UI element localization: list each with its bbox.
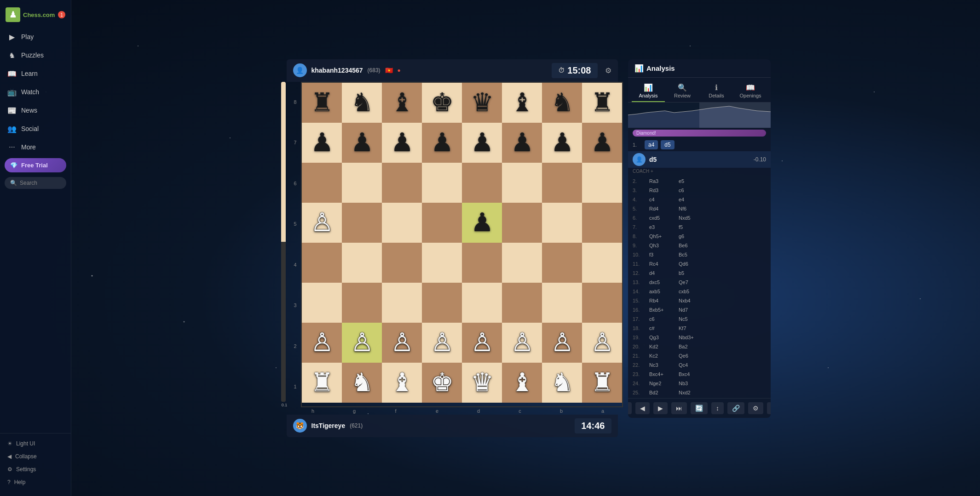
tab-details[interactable]: ℹ Details [700, 80, 733, 102]
move-row-7[interactable]: 7. e3 f5 [628, 222, 771, 232]
diamond-badge[interactable]: Diamond! [633, 130, 766, 137]
move-row-10[interactable]: 10. f3 Bc5 [628, 250, 771, 259]
square-e8[interactable]: ♚ [422, 83, 462, 123]
move-row-19[interactable]: 19. Qg3 Nbd3+ [628, 333, 771, 342]
square-h8[interactable]: ♜ [302, 83, 342, 123]
square-b8[interactable]: ♞ [542, 83, 582, 123]
sidebar-item-play[interactable]: ▶ Play [0, 28, 71, 46]
first-move-white[interactable]: a4 [645, 140, 658, 149]
move-white-2[interactable]: Ra3 [647, 177, 675, 185]
move-white-15[interactable]: Rb4 [647, 297, 675, 304]
move-row-11[interactable]: 11. Rc4 Qd6 [628, 259, 771, 268]
move-white-12[interactable]: d4 [647, 269, 675, 277]
square-f8[interactable]: ♝ [382, 83, 422, 123]
collapse-button[interactable]: ◀ Collapse [0, 450, 71, 463]
move-row-22[interactable]: 22. Nc3 Qc4 [628, 360, 771, 370]
move-black-12[interactable]: b5 [677, 269, 704, 277]
square-g8[interactable]: ♞ [342, 83, 382, 123]
move-white-17[interactable]: c6 [647, 315, 675, 323]
logo[interactable]: ♟ Chess.com 1 [0, 4, 71, 28]
move-white-13[interactable]: dxc5 [647, 279, 675, 286]
square-b2[interactable]: ♙ [542, 323, 582, 363]
move-white-8[interactable]: Qh5+ [647, 233, 675, 240]
move-black-19[interactable]: Nbd3+ [677, 334, 704, 341]
square-d5[interactable]: ♟ [462, 203, 502, 243]
move-row-17[interactable]: 17. c6 Nc5 [628, 314, 771, 324]
square-e5[interactable] [422, 203, 462, 243]
square-a3[interactable] [582, 283, 622, 323]
move-black-6[interactable]: Nxd5 [677, 214, 704, 222]
square-e6[interactable] [422, 163, 462, 203]
move-row-21[interactable]: 21. Kc2 Qe6 [628, 351, 771, 360]
move-white-18[interactable]: c# [647, 325, 675, 332]
move-row-13[interactable]: 13. dxc5 Qe7 [628, 278, 771, 287]
square-c4[interactable] [502, 243, 542, 283]
square-f5[interactable] [382, 203, 422, 243]
square-a1[interactable]: ♜ [582, 363, 622, 403]
move-white-23[interactable]: Bxc4+ [647, 371, 675, 378]
move-row-16[interactable]: 16. Bxb5+ Nd7 [628, 305, 771, 314]
move-white-21[interactable]: Kc2 [647, 352, 675, 359]
move-white-20[interactable]: Kd2 [647, 343, 675, 350]
move-black-15[interactable]: Nxb4 [677, 297, 704, 304]
move-black-22[interactable]: Qc4 [677, 361, 704, 369]
move-white-24[interactable]: Nge2 [647, 380, 675, 387]
move-black-17[interactable]: Nc5 [677, 315, 704, 323]
square-b7[interactable]: ♟ [542, 123, 582, 163]
square-f4[interactable] [382, 243, 422, 283]
tab-review[interactable]: 🔍 Review [666, 80, 699, 102]
square-a7[interactable]: ♟ [582, 123, 622, 163]
first-move-black[interactable]: d5 [661, 140, 674, 149]
sidebar-item-learn[interactable]: 📖 Learn [0, 64, 71, 83]
tab-openings[interactable]: 📖 Openings [734, 80, 767, 102]
square-d1[interactable]: ♛ [462, 363, 502, 403]
square-g3[interactable] [342, 283, 382, 323]
square-h4[interactable] [302, 243, 342, 283]
move-row-9[interactable]: 9. Qh3 Be6 [628, 241, 771, 250]
square-b6[interactable] [542, 163, 582, 203]
square-d3[interactable] [462, 283, 502, 323]
square-c6[interactable] [502, 163, 542, 203]
move-row-6[interactable]: 6. cxd5 Nxd5 [628, 213, 771, 222]
square-g7[interactable]: ♟ [342, 123, 382, 163]
free-trial-button[interactable]: 💎 Free Trial [5, 158, 66, 172]
move-black-13[interactable]: Qe7 [677, 279, 704, 286]
square-d8[interactable]: ♛ [462, 83, 502, 123]
move-row-5[interactable]: 5. Rd4 Nf6 [628, 204, 771, 213]
move-row-18[interactable]: 18. c# Kf7 [628, 324, 771, 333]
square-f6[interactable] [382, 163, 422, 203]
move-black-20[interactable]: Ba2 [677, 343, 704, 350]
move-white-19[interactable]: Qg3 [647, 334, 675, 341]
move-row-12[interactable]: 12. d4 b5 [628, 268, 771, 278]
chess-board[interactable]: ♜♞♝♚♛♝♞♜♟♟♟♟♟♟♟♟♙♟♙♙♙♙♙♙♙♙♜♞♝♚♛♝♞♜ [301, 82, 623, 407]
move-row-20[interactable]: 20. Kd2 Ba2 [628, 342, 771, 351]
move-row-24[interactable]: 24. Nge2 Nb3 [628, 379, 771, 388]
move-row-23[interactable]: 23. Bxc4+ Bxc4 [628, 370, 771, 379]
move-white-11[interactable]: Rc4 [647, 260, 675, 268]
move-black-11[interactable]: Qd6 [677, 260, 704, 268]
move-black-21[interactable]: Qe6 [677, 352, 704, 359]
sidebar-item-news[interactable]: 📰 News [0, 101, 71, 120]
square-d4[interactable] [462, 243, 502, 283]
sidebar-item-watch[interactable]: 📺 Watch [0, 83, 71, 101]
square-g4[interactable] [342, 243, 382, 283]
square-g6[interactable] [342, 163, 382, 203]
move-white-7[interactable]: e3 [647, 223, 675, 231]
square-a6[interactable] [582, 163, 622, 203]
move-white-16[interactable]: Bxb5+ [647, 306, 675, 314]
square-h6[interactable] [302, 163, 342, 203]
square-d7[interactable]: ♟ [462, 123, 502, 163]
move-black-10[interactable]: Bc5 [677, 251, 704, 258]
square-b1[interactable]: ♞ [542, 363, 582, 403]
move-white-9[interactable]: Qh3 [647, 242, 675, 249]
settings-nav-item[interactable]: ⚙ Settings [0, 463, 71, 476]
nav-next-button[interactable]: ▶ [653, 402, 668, 414]
move-white-6[interactable]: cxd5 [647, 214, 675, 222]
square-h2[interactable]: ♙ [302, 323, 342, 363]
move-white-3[interactable]: Rd3 [647, 187, 675, 194]
sidebar-item-more[interactable]: ··· More [0, 138, 71, 156]
square-c3[interactable] [502, 283, 542, 323]
square-a4[interactable] [582, 243, 622, 283]
square-f7[interactable]: ♟ [382, 123, 422, 163]
move-white-10[interactable]: f3 [647, 251, 675, 258]
